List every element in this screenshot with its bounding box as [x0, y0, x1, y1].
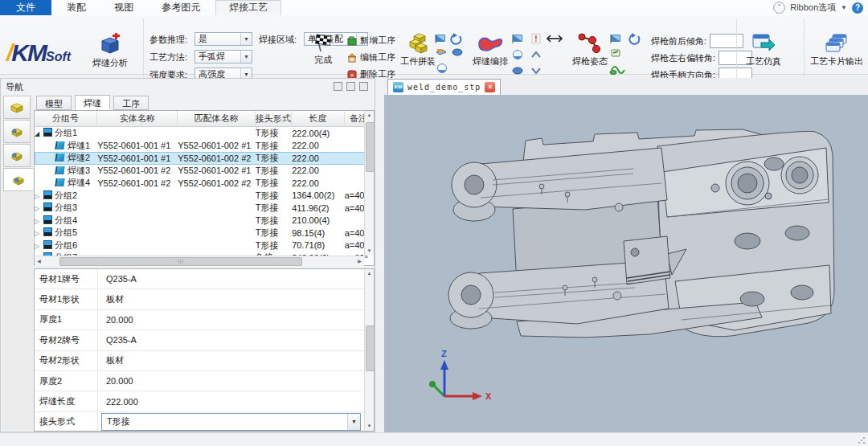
simulate-button[interactable]: 工艺仿真 — [746, 33, 781, 68]
ribbon: /KMSoft 焊缝分析 分析 参数推理: 是▼ 工艺方法: 手弧焊▼ 强度 — [0, 15, 868, 75]
group-icon — [43, 190, 52, 199]
part-assembly-button[interactable]: 工件拼装 — [400, 31, 436, 68]
group-icon — [43, 215, 52, 224]
weld-icon — [55, 166, 64, 174]
close-icon[interactable]: × — [485, 82, 495, 92]
tab-process[interactable]: 工序 — [113, 96, 149, 110]
chevron-down-icon: ▼ — [240, 33, 252, 45]
torch-pose-icon — [576, 33, 604, 54]
tab-weld[interactable]: 焊缝 — [75, 95, 110, 110]
scroll-up-icon: ▲ — [365, 111, 374, 120]
table-row-group[interactable]: 分组3 T形接411.96(2)a=40° — [35, 202, 374, 215]
checkered-flag-icon — [313, 33, 333, 52]
card-output-button[interactable]: 工艺卡片输出 — [810, 33, 863, 68]
prop-row[interactable]: 母材1形状板材 — [35, 289, 374, 309]
arrange-tools-icons[interactable]: ! — [511, 33, 567, 78]
table-row-group[interactable]: 分组6 T形接70.71(8)a=40° — [35, 239, 374, 252]
kmsoft-logo: /KMSoft — [6, 39, 87, 72]
torch-yaw-label: 焊枪左右偏转角: — [651, 52, 715, 64]
table-row-weld[interactable]: 焊缝1 Y552-0601-001 #1Y552-0601-002 #1 T形接… — [35, 140, 374, 153]
tab-reference[interactable]: 参考图元 — [149, 0, 213, 15]
strip-model-button[interactable] — [3, 96, 31, 119]
torch-pitch-input[interactable] — [710, 34, 743, 48]
ribbon-options-button[interactable]: Ribbon选项 — [790, 0, 836, 15]
yellow-part-icon — [11, 174, 26, 186]
edit-process-button[interactable]: 编辑工序 — [347, 51, 395, 63]
tab-file[interactable]: 文件 — [0, 0, 51, 15]
method-select[interactable]: 手弧焊▼ — [194, 50, 252, 63]
prop-row[interactable]: 母材2牌号Q235-A — [35, 330, 374, 350]
table-row-group[interactable]: 分组2 T形接1364.00(2)a=40° — [35, 190, 374, 203]
weld-icon — [55, 153, 64, 162]
prop-row[interactable]: 母材2形状板材 — [35, 351, 374, 371]
minimize-ribbon-icon[interactable]: ⌃ — [773, 2, 785, 14]
cad-model: Z X — [384, 95, 868, 432]
axis-triad: Z X — [429, 349, 492, 401]
table-row-group[interactable]: 分组5 T形接98.15(4)a=40° — [35, 227, 374, 239]
scroll-left-icon: ◀ — [35, 257, 43, 266]
weld-icon — [55, 178, 64, 186]
viewport-tab-bar: KM weld_demo_stp × — [384, 78, 868, 96]
prop-row[interactable]: 焊缝长度222.000 — [35, 391, 374, 411]
torch-tools-icons[interactable] — [609, 33, 646, 80]
axis-x-label: X — [485, 391, 492, 401]
weld-arrange-button[interactable]: 焊缝编排 — [473, 33, 508, 68]
help-icon[interactable]: ? — [852, 2, 863, 14]
model-canvas[interactable]: Z X — [384, 95, 868, 432]
assembly-tools-icons[interactable] — [434, 33, 469, 78]
table-row-weld[interactable]: 焊缝3 Y552-0601-001 #2Y552-0601-002 #1 T形接… — [35, 165, 374, 178]
add-process-icon — [347, 36, 357, 46]
torch-pitch-label: 焊枪前后倾角: — [651, 35, 706, 47]
table-vscrollbar[interactable]: ▲ ▼ — [364, 111, 374, 256]
group-icon — [43, 128, 52, 137]
part-assembly-icon — [406, 31, 430, 54]
resize-grip[interactable] — [858, 436, 866, 444]
group-icon — [43, 240, 52, 249]
table-row-group[interactable]: 分组1 T形接222.00(4) — [35, 127, 374, 140]
prop-row[interactable]: 母材1牌号Q235-A — [35, 269, 374, 289]
add-process-button[interactable]: 新增工序 — [347, 35, 395, 47]
nav-dock-icon[interactable] — [334, 82, 342, 91]
km-file-icon: KM — [393, 82, 403, 92]
weld-table-header[interactable]: 分组号 实体名称 匹配体名称 接头形式 长度 备注 — [35, 111, 374, 127]
props-vscrollbar[interactable]: ▲ ▼ — [364, 269, 374, 431]
tab-model[interactable]: 模型 — [36, 96, 72, 110]
group-icon — [43, 227, 52, 236]
table-row-weld[interactable]: 焊缝4 Y552-0601-001 #2Y552-0601-002 #2 T形接… — [35, 177, 374, 190]
prop-row-joint-type[interactable]: 接头形式 T形接▼ — [35, 412, 374, 432]
tab-view[interactable]: 视图 — [101, 0, 146, 15]
strip-weld-nav-button[interactable] — [3, 168, 33, 191]
tab-weld-process[interactable]: 焊接工艺 — [215, 0, 281, 15]
scroll-down-icon: ▼ — [365, 247, 374, 256]
finish-button[interactable]: 完成 — [313, 33, 333, 66]
scroll-right-icon: ▶ — [355, 257, 364, 266]
table-row-weld-selected[interactable]: 焊缝2 Y552-0601-001 #1Y552-0601-002 #2 T形接… — [35, 152, 374, 165]
scroll-up-icon: ▲ — [365, 269, 374, 278]
prop-row[interactable]: 厚度120.000 — [35, 310, 374, 330]
navigation-panel: 导航 模型 焊缝 工序 分组号 — [0, 78, 375, 432]
weld-analysis-icon — [99, 33, 121, 55]
param-infer-select[interactable]: 是▼ — [194, 32, 252, 46]
weld-icon — [55, 141, 64, 149]
joint-type-select[interactable]: T形接▼ — [101, 413, 361, 431]
tab-assembly[interactable]: 装配 — [54, 0, 99, 15]
table-row-group[interactable]: 分组4 T形接210.00(4) — [35, 215, 374, 227]
chevron-down-icon: ▼ — [347, 414, 360, 430]
prop-row[interactable]: 厚度220.000 — [35, 371, 374, 391]
method-label: 工艺方法: — [149, 51, 187, 63]
weld-properties-grid: 母材1牌号Q235-A 母材1形状板材 厚度120.000 母材2牌号Q235-… — [34, 268, 375, 432]
strip-assembly1-button[interactable] — [3, 120, 31, 143]
edit-process-icon — [347, 53, 357, 63]
nav-close-icon[interactable] — [359, 82, 368, 91]
viewport-area: KM weld_demo_stp × — [384, 78, 868, 432]
nav-pin-icon[interactable] — [346, 82, 355, 91]
yellow-box-icon — [10, 102, 24, 113]
weld-analysis-button[interactable]: 焊缝分析 — [92, 33, 128, 69]
strip-assembly2-button[interactable] — [3, 144, 31, 167]
document-tab[interactable]: KM weld_demo_stp × — [387, 79, 501, 95]
application-window: 文件 装配 视图 参考图元 焊接工艺 ⌃ Ribbon选项 ▼ ? /KMSof… — [0, 0, 868, 446]
weld-arrange-icon — [477, 33, 504, 54]
table-hscrollbar[interactable]: ◀ ||| ▶ — [35, 256, 364, 266]
menu-bar: 文件 装配 视图 参考图元 焊接工艺 ⌃ Ribbon选项 ▼ ? — [0, 0, 868, 16]
torch-pose-button[interactable]: 焊枪姿态 — [572, 33, 608, 68]
